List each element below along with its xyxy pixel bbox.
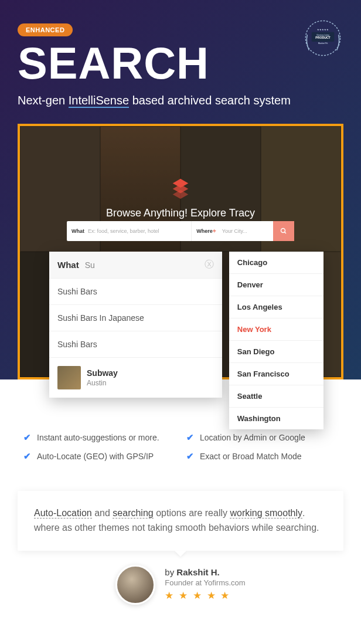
- search-submit-button[interactable]: [273, 221, 294, 241]
- city-option-active[interactable]: New York: [229, 318, 323, 341]
- subtitle: Next-gen IntelliSense based archived sea…: [18, 94, 343, 107]
- search-where-field[interactable]: Where ⌖ Your City...: [191, 221, 273, 241]
- enhanced-badge: ENHANCED: [18, 23, 73, 36]
- what-dropdown-label: What: [57, 260, 79, 270]
- feature-item: ✔Location by Admin or Google: [186, 432, 338, 443]
- svg-point-6: [281, 229, 285, 233]
- suggestion-thumbnail: [57, 366, 81, 389]
- where-dropdown: Chicago Denver Los Angeles New York San …: [229, 252, 323, 429]
- clear-icon[interactable]: ⓧ: [205, 259, 214, 271]
- what-dropdown-query[interactable]: Su: [85, 260, 205, 270]
- city-option[interactable]: Seattle: [229, 385, 323, 408]
- product-badge: ★★★★★ Directory Listing PRODUCT Market F…: [301, 16, 345, 60]
- suggestion-subtitle: Austin: [87, 379, 118, 387]
- search-where-placeholder: Your City...: [222, 228, 247, 234]
- avatar: [115, 565, 155, 605]
- search-what-field[interactable]: What Ex: food, service, barber, hotel: [67, 221, 191, 241]
- star-rating: ★ ★ ★ ★ ★: [165, 589, 245, 602]
- feature-item: ✔Auto-Locate (GEO) with GPS/IP: [23, 451, 175, 462]
- city-option[interactable]: Los Angeles: [229, 296, 323, 318]
- city-option[interactable]: San Francisco: [229, 363, 323, 385]
- check-icon: ✔: [23, 432, 31, 443]
- browse-heading: Browse Anything! Explore Tracy: [20, 207, 341, 219]
- suggestion-item[interactable]: Sushi Bars: [49, 278, 222, 304]
- check-icon: ✔: [186, 451, 194, 462]
- suggestion-item[interactable]: Sushi Bars In Japanese: [49, 304, 222, 331]
- hero-section: ENHANCED ★★★★★ Directory Listing PRODUCT…: [0, 0, 361, 379]
- city-option[interactable]: San Diego: [229, 341, 323, 363]
- suggestion-item[interactable]: Sushi Bars: [49, 331, 222, 357]
- check-icon: ✔: [186, 432, 194, 443]
- feature-item: ✔Exact or Broad Match Mode: [186, 451, 338, 462]
- app-logo-icon: [169, 177, 192, 199]
- svg-text:PRODUCT: PRODUCT: [315, 36, 331, 39]
- what-dropdown: What Su ⓧ Sushi Bars Sushi Bars In Japan…: [49, 252, 222, 398]
- testimonial-text: Auto-Location and searching options are …: [34, 506, 327, 535]
- city-option[interactable]: Denver: [229, 274, 323, 296]
- svg-text:Market Fit: Market Fit: [318, 42, 328, 45]
- author-name: by Rakshit H.: [165, 567, 245, 577]
- search-bar: What Ex: food, service, barber, hotel Wh…: [67, 221, 294, 241]
- city-option[interactable]: Chicago: [229, 252, 323, 274]
- search-what-placeholder: Ex: food, service, barber, hotel: [88, 228, 159, 234]
- intellisense-highlight: IntelliSense: [69, 94, 129, 108]
- svg-text:★★★★★: ★★★★★: [317, 28, 329, 31]
- suggestion-title: Subway: [87, 368, 118, 378]
- testimonial-card: Auto-Location and searching options are …: [18, 491, 343, 551]
- location-pin-icon: ⌖: [213, 228, 216, 235]
- city-option[interactable]: Washington: [229, 408, 323, 429]
- author-block: by Rakshit H. Founder at Yofirms.com ★ ★…: [0, 551, 361, 628]
- svg-line-7: [285, 232, 287, 234]
- feature-item: ✔Instant auto-suggestions or more.: [23, 432, 175, 443]
- check-icon: ✔: [23, 451, 31, 462]
- author-role: Founder at Yofirms.com: [165, 578, 245, 587]
- page-title: SEARCH: [18, 41, 343, 86]
- demo-frame: Browse Anything! Explore Tracy What Ex: …: [18, 124, 343, 379]
- suggestion-item-rich[interactable]: Subway Austin: [49, 357, 222, 398]
